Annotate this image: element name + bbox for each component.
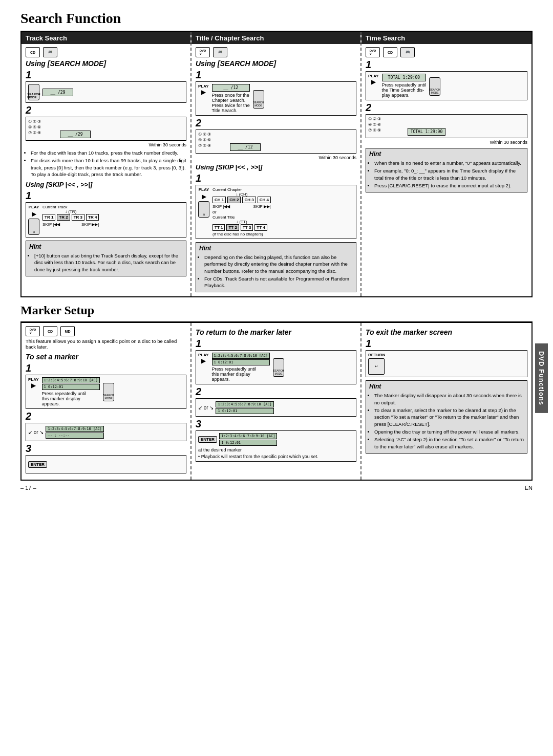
time-disc-icons: DVDV CD 🎮: [366, 47, 527, 57]
exit-hint-bullet-3: Opening the disc tray or turning off the…: [374, 428, 524, 435]
time-search-remote: SEARCHMODE: [429, 77, 440, 96]
track-step1: 1 SEARCHMODE __ /29: [26, 70, 186, 103]
set-marker-step3-diagram: ENTER: [26, 455, 186, 473]
marker-exit-col: To exit the marker screen 1 RETURN ↩ Hin…: [361, 323, 531, 480]
time-hint-bullets: When there is no need to enter a number,…: [369, 160, 524, 189]
time-step2-label: Within 30 seconds: [366, 140, 527, 145]
title-hint-title: Hint: [199, 245, 353, 252]
time-hint: Hint When there is no need to enter a nu…: [366, 148, 527, 192]
no-chapters-note: (If the disc has no chapters): [212, 232, 271, 236]
title-skip-diagram: PLAY ▶ ⊞ Current Chapter ↓ (CH) CH 1CH 2…: [196, 185, 356, 239]
remote-icon-2: 🎮: [213, 47, 227, 57]
track-step1-diagram: SEARCHMODE __ /29: [26, 81, 186, 103]
return-step1-remote: SEARCHMODE: [273, 358, 284, 377]
track-hint-title: Hint: [29, 243, 183, 250]
return-step1-desc: Press repeatedly untilthis marker displa…: [212, 366, 270, 382]
time-step1-screen: TOTAL 1:29:00: [382, 74, 427, 81]
return-marker-title: To return to the marker later: [196, 328, 356, 336]
marker-setup-title: Marker Setup: [20, 304, 533, 317]
title-step2-diagram: ① ② ③ ④ ⑤ ⑥ ⑦ ⑧ ⑨ __ /12: [196, 129, 356, 154]
return-step3: 3 ENTER 1:2:3:4:5:6:7:8:9:10 [AC] 1 0:12…: [196, 419, 356, 462]
time-step2-screen: TOTAL 1:29:00: [408, 128, 446, 136]
return-step1: 1 PLAY ▶ 1:2:3:4:5:6:7:8:9:10 [AC] 1 0:1…: [196, 338, 356, 384]
set-marker-remote: SEARCHMODE: [103, 383, 114, 401]
track-step1-num: 1: [26, 70, 186, 80]
track-step2-screen: __ /29: [60, 131, 91, 138]
enter-button: ENTER: [28, 461, 47, 468]
title-disc-icons: DVDV 🎮: [196, 47, 356, 57]
track-hint-bullets: [+10] button can also bring the Track Se…: [29, 252, 183, 273]
search-mode-remote: SEARCHMODE: [253, 90, 264, 109]
marker-setup-grid: DVDV CD MD This feature allows you to as…: [20, 323, 533, 481]
exit-step1-num: 1: [366, 338, 527, 349]
chapter-row: CH 1CH 2CH 3CH 4: [212, 197, 271, 203]
track-search-bullets: For the disc with less than 10 tracks, p…: [26, 149, 186, 178]
exit-hint-bullet-2: To clear a marker, select the marker to …: [374, 407, 524, 427]
time-step1-desc: Press repeatedly untilthe Time Search di…: [382, 82, 427, 98]
set-marker-step1-screen2: 1 0:12:01: [42, 384, 100, 390]
return-step1-num: 1: [196, 338, 356, 349]
track-step2-diagram: ① ② ③ ④ ⑤ ⑥ ⑦ ⑧ ⑨ __ /29: [26, 117, 186, 141]
return-step1-screen1: 1:2:3:4:5:6:7:8:9:10 [AC]: [212, 353, 270, 359]
page-title: Search Function: [20, 10, 533, 27]
cd-icon2: CD: [383, 47, 397, 57]
exit-step1-diagram: RETURN ↩: [366, 350, 527, 377]
marker-cd-icon: CD: [43, 326, 57, 336]
title-search-mode-label: Using [SEARCH MODE]: [196, 59, 356, 68]
track-step1-screen: __ /29: [42, 89, 73, 96]
time-step1-num: 1: [366, 59, 527, 70]
return-step2-diagram: ↙ or ↘ 1:2:3:4:5:6:7:8:9:10 [AC] 1 0:12:…: [196, 398, 356, 417]
marker-dvd-icon: DVDV: [26, 326, 40, 336]
set-marker-step1-screen1: 1:2:3:4:5:6:7:8:9:10 [AC]: [42, 377, 100, 383]
ch-skip-left: SKIP |◀◀: [212, 204, 230, 209]
return-step3-sublabel: at the desired marker: [198, 447, 354, 452]
set-marker-step1-num: 1: [26, 363, 186, 373]
exit-hint-bullet-4: Selecting "AC" at step 2) in the section…: [374, 436, 524, 450]
track-skip-title: Using [SKIP |<< , >>|]: [26, 181, 186, 188]
set-marker-title: To set a marker: [26, 353, 186, 361]
return-step3-screen1: 1:2:3:4:5:6:7:8:9:10 [AC]: [219, 433, 277, 439]
return-step3-note: • Playback will restart from the specifi…: [198, 454, 354, 459]
return-step2-screen1: 1:2:3:4:5:6:7:8:9:10 [AC]: [216, 401, 273, 407]
set-marker-step2-num: 2: [26, 411, 186, 421]
return-enter-button: ENTER: [198, 436, 217, 443]
set-marker-step2: 2 ↙ or ↘ 1:2:3:4:5:6:7:8:9:10 [AC] -- : …: [26, 411, 186, 441]
skip-right-label: SKIP ▶▶|: [81, 222, 99, 227]
return-step2-num: 2: [196, 386, 356, 397]
title-step2: 2 ① ② ③ ④ ⑤ ⑥ ⑦ ⑧ ⑨ __ /12 Within 30 sec…: [196, 118, 356, 160]
time-hint-bullet-1: When there is no need to enter a number,…: [374, 160, 524, 166]
dvd-v-icon2: DVDV: [366, 47, 380, 57]
title-skip-step1: 1 PLAY ▶ ⊞ Current Chapter ↓ (CH) CH: [196, 173, 356, 239]
return-step3-num: 3: [196, 419, 356, 429]
return-step1-screen2: 1 0:12:01: [212, 359, 270, 365]
exit-hint: Hint The Marker display will disappear i…: [366, 380, 527, 453]
exit-hint-title: Hint: [369, 383, 524, 390]
title-step1-screen: __ /12: [212, 84, 250, 92]
search-function-grid: Track Search CD 🎮 Using [SEARCH MODE] 1 …: [20, 32, 533, 297]
time-search-col: Time Search DVDV CD 🎮 1 PLAY ▶ TOTAL 1:2…: [361, 32, 531, 296]
time-hint-title: Hint: [369, 150, 524, 158]
return-step2: 2 ↙ or ↘ 1:2:3:4:5:6:7:8:9:10 [AC] 1 0:1…: [196, 386, 356, 417]
track-search-header: Track Search: [22, 32, 190, 44]
exit-hint-bullet-1: The Marker display will disappear in abo…: [374, 392, 524, 406]
title-row: TT 1TT 2TT 3TT 4: [212, 224, 271, 231]
set-marker-step2-screen2: -- : --:--: [46, 433, 103, 439]
set-marker-step1: 1 PLAY ▶ 1:2:3:4:5:6:7:8:9:10 [AC] 1 0:1…: [26, 363, 186, 409]
time-hint-bullet-3: Press [CLEAR/C.RESET] to erase the incor…: [374, 182, 524, 189]
exit-marker-title: To exit the marker screen: [366, 328, 527, 336]
set-marker-step2-diagram: ↙ or ↘ 1:2:3:4:5:6:7:8:9:10 [AC] -- : --…: [26, 423, 186, 441]
track-skip-step1: 1 PLAY ▶ ⊞ Current Track ↓ (TR) TR 1: [26, 190, 186, 237]
title-step1-diagram: PLAY ▶ __ /12 Press once for theChapter …: [196, 81, 356, 116]
en-label: EN: [525, 485, 533, 491]
marker-md-icon: MD: [60, 326, 75, 336]
track-row: TR 1TR 2TR 3TR 4: [42, 214, 99, 221]
return-step2-screen2: 1 0:12:01: [216, 408, 273, 414]
return-step1-diagram: PLAY ▶ 1:2:3:4:5:6:7:8:9:10 [AC] 1 0:12:…: [196, 350, 356, 384]
title-hint-bullet-1: Depending on the disc being played, this…: [204, 254, 353, 274]
title-skip-step1-num: 1: [196, 173, 356, 183]
skip-ch-remote: ⊞: [198, 201, 209, 218]
marker-intro-text: This feature allows you to assign a spec…: [26, 338, 186, 350]
title-skip-title: Using [SKIP |<< , >>|]: [196, 163, 356, 171]
time-hint-bullet-2: For example, "0: 0_: __" appears in the …: [374, 167, 524, 181]
marker-disc-icons: DVDV CD MD: [26, 326, 186, 336]
